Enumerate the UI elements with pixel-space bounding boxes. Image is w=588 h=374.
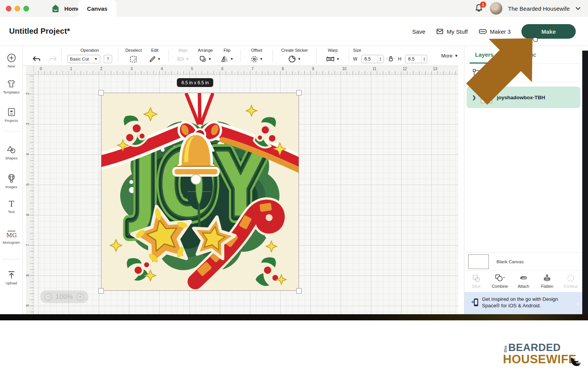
deselect-icon xyxy=(129,55,137,63)
sidebar-label-shapes: Shapes xyxy=(5,156,17,160)
operation-select[interactable]: Basic Cut ▼ xyxy=(67,55,100,63)
flip-label: Flip xyxy=(224,48,230,53)
blank-canvas-label: Blank Canvas xyxy=(497,259,524,264)
v-ruler-label: 2 xyxy=(26,93,30,95)
h-ruler-label: 6 xyxy=(221,67,224,71)
warp-menu[interactable]: ▼ xyxy=(326,53,340,65)
layer-expand-chevron[interactable]: ❯ xyxy=(472,95,476,100)
project-header: Untitled Project* Save My Stuff Maker 3 … xyxy=(0,17,588,46)
selected-artwork[interactable]: JOY JOY JOY xyxy=(101,93,299,290)
group-icon[interactable] xyxy=(472,68,481,77)
sidebar-label-upload: Upload xyxy=(5,281,17,285)
sidebar-item-upload[interactable]: Upload xyxy=(0,270,23,285)
zoom-in-button[interactable]: + xyxy=(77,293,84,301)
save-button[interactable]: Save xyxy=(412,28,425,35)
align-label: Align xyxy=(178,48,188,53)
sidebar-item-templates[interactable]: Templates xyxy=(0,79,23,94)
project-title[interactable]: Untitled Project* xyxy=(9,27,70,36)
layers-panel: Layers Color Sync ❯ xyxy=(464,46,582,314)
operation-label: Operation xyxy=(80,48,99,53)
h-ruler-label: 8 xyxy=(282,67,284,71)
zoom-out-button[interactable]: − xyxy=(44,293,52,301)
phone-icon xyxy=(471,297,479,307)
zoom-window-button[interactable] xyxy=(23,6,29,11)
h-ruler-label: 9 xyxy=(312,67,314,71)
width-input[interactable]: 6.5 ▲▼ xyxy=(361,55,384,63)
height-input[interactable]: 6.5 ▲▼ xyxy=(405,55,427,63)
height-stepper[interactable]: ▲▼ xyxy=(421,55,427,63)
sidebar-item-images[interactable]: Images xyxy=(0,173,23,189)
home-nav[interactable]: Home xyxy=(51,3,80,14)
machine-selector[interactable]: Maker 3 xyxy=(479,28,511,35)
sticker-icon xyxy=(288,55,296,63)
arrange-icon xyxy=(199,55,207,63)
account-name: The Bearded Housewife xyxy=(508,5,570,12)
arrange-menu[interactable]: ▼ xyxy=(199,53,211,65)
width-stepper[interactable]: ▲▼ xyxy=(377,55,383,63)
create-sticker-menu[interactable]: ▼ xyxy=(288,53,301,65)
canvas-workspace[interactable]: JOY JOY JOY xyxy=(34,66,458,314)
duplicate-icon[interactable] xyxy=(491,68,500,77)
shapes-icon xyxy=(6,145,16,155)
redo-icon[interactable] xyxy=(48,56,57,62)
delete-icon[interactable] xyxy=(510,68,519,77)
lock-aspect-icon[interactable] xyxy=(386,55,396,63)
sidebar-item-text[interactable]: T Text xyxy=(0,199,23,214)
my-stuff-button[interactable]: My Stuff xyxy=(436,28,468,35)
layer-row-joyshadowbox[interactable]: ❯ joyshadowbox-TBH xyxy=(467,87,580,108)
attach-button[interactable]: Attach xyxy=(512,274,536,289)
offset-menu[interactable]: ▼ xyxy=(250,53,263,65)
minimize-window-button[interactable] xyxy=(15,6,20,11)
h-ruler-label: 5 xyxy=(191,67,193,71)
tab-color-sync[interactable]: Color Sync xyxy=(508,51,536,58)
blank-canvas-swatch[interactable] xyxy=(468,254,489,269)
flip-menu[interactable]: ▼ xyxy=(220,53,234,65)
v-ruler-label: 4 xyxy=(26,153,30,156)
avatar[interactable] xyxy=(490,2,503,15)
save-label: Save xyxy=(412,28,425,35)
make-button[interactable]: Make xyxy=(521,24,576,39)
undo-icon[interactable] xyxy=(32,56,41,62)
tab-layers[interactable]: Layers xyxy=(475,51,493,58)
sidebar-item-shapes[interactable]: Shapes xyxy=(0,145,23,160)
attach-label: Attach xyxy=(518,284,529,289)
close-window-button[interactable] xyxy=(6,6,11,11)
svg-text:T: T xyxy=(8,199,14,208)
video-strip xyxy=(0,314,588,320)
edit-label: Edit xyxy=(151,48,158,53)
selection-handle-bottom-left[interactable] xyxy=(98,288,104,294)
layer-thumbnail xyxy=(481,92,492,103)
width-value: 6.5 xyxy=(362,56,377,62)
h-ruler-label: 10 xyxy=(342,67,346,71)
blank-canvas-row[interactable]: Blank Canvas xyxy=(464,252,583,271)
chevron-down-icon[interactable] xyxy=(575,5,581,11)
sidebar-item-new[interactable]: New xyxy=(0,53,23,68)
make-label: Make xyxy=(541,28,556,35)
notifications-button[interactable]: 1 xyxy=(474,3,484,13)
flatten-button[interactable]: Flatten xyxy=(535,274,559,289)
notebook-icon xyxy=(7,107,16,117)
sidebar-item-monogram[interactable]: MG Monogram xyxy=(0,229,23,244)
h-ruler-label: 12 xyxy=(403,67,407,71)
selection-handle-top-left[interactable] xyxy=(98,90,104,95)
selection-handle-top-right[interactable] xyxy=(296,90,302,95)
sidebar-item-projects[interactable]: Projects xyxy=(0,107,23,123)
combine-icon xyxy=(494,274,506,283)
more-menu[interactable]: More ▼ xyxy=(441,53,458,59)
machine-label: Maker 3 xyxy=(490,28,511,35)
text-icon: T xyxy=(7,199,16,208)
flatten-label: Flatten xyxy=(541,284,553,289)
combine-button[interactable]: Combine xyxy=(488,274,512,289)
operation-help-button[interactable]: ? xyxy=(104,55,112,63)
zoom-control[interactable]: − 100% + xyxy=(40,290,88,303)
operation-value: Basic Cut xyxy=(70,57,89,61)
h-ruler-label: 13 xyxy=(433,67,437,71)
tab-canvas[interactable]: Canvas xyxy=(78,0,116,17)
deselect-button[interactable] xyxy=(129,53,137,65)
banner-close-icon[interactable]: × xyxy=(577,301,580,307)
h-ruler-label: 11 xyxy=(372,67,376,71)
arrange-label: Arrange xyxy=(198,48,213,53)
pencil-icon xyxy=(149,56,156,63)
selection-handle-bottom-right[interactable] xyxy=(296,288,302,294)
edit-menu[interactable]: ▼ xyxy=(149,53,161,65)
